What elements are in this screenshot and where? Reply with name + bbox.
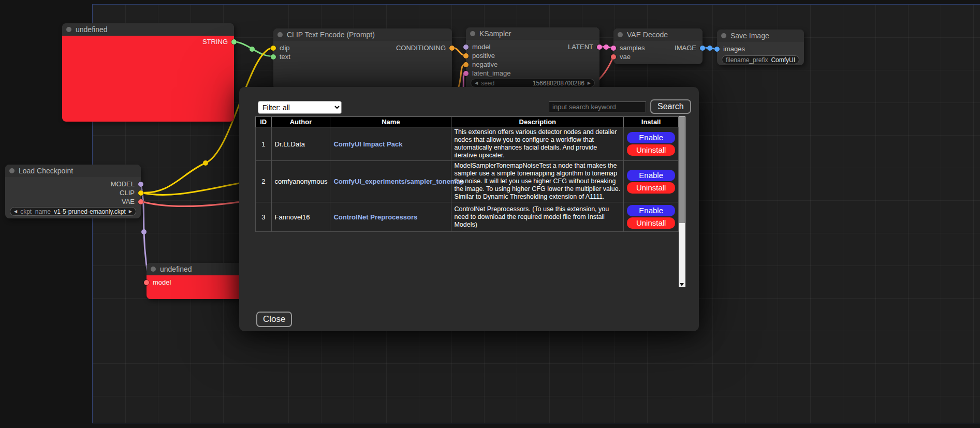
seed-widget-label: seed — [481, 80, 494, 87]
enable-button[interactable]: Enable — [627, 170, 675, 181]
input-slot-latent-image[interactable] — [463, 71, 469, 76]
table-row: 1 Dr.Lt.Data ComfyUI Impact Pack This ex… — [256, 127, 679, 161]
manager-dialog: Filter: all Search ID Author Name Descri… — [239, 87, 699, 331]
node-title-bar[interactable]: Save Image — [717, 29, 804, 42]
collapse-dot[interactable] — [277, 32, 283, 37]
table-row: 3 Fannovel16 ControlNet Preprocessors Co… — [256, 202, 679, 232]
node-title-text: undefined — [160, 265, 192, 273]
ckpt-name-value: v1-5-pruned-emaonly.ckpt — [54, 208, 126, 215]
seed-widget-value: 156680208700286 — [533, 80, 584, 87]
node-title-text: Save Image — [730, 32, 769, 40]
seed-decrement-arrow[interactable]: ◀ — [475, 81, 478, 85]
output-label-string: STRING — [202, 38, 228, 46]
cell-description: ControlNet Preprocessors. (To use this e… — [451, 202, 624, 232]
search-input[interactable] — [549, 101, 646, 112]
output-label-vae: VAE — [122, 198, 135, 205]
ckpt-name-label: ckpt_name — [20, 208, 51, 215]
filename-prefix-value: ComfyUI — [771, 56, 795, 64]
cell-id: 2 — [256, 161, 272, 202]
cell-author: Fannovel16 — [271, 202, 330, 232]
cell-install: Enable Uninstall — [624, 161, 679, 202]
node-title-bar[interactable]: KSampler — [466, 27, 599, 40]
node-title-text: VAE Decode — [627, 31, 668, 39]
col-header-author: Author — [271, 117, 330, 127]
scrollbar-thumb[interactable] — [679, 117, 685, 223]
output-label-clip: CLIP — [120, 189, 135, 197]
input-label-positive: positive — [472, 52, 495, 60]
node-title-text: CLIP Text Encode (Prompt) — [287, 31, 375, 39]
col-header-description: Description — [451, 117, 624, 127]
cell-author: Dr.Lt.Data — [271, 127, 330, 161]
output-slot-string[interactable] — [231, 39, 237, 45]
filter-select[interactable]: Filter: all — [258, 101, 342, 114]
node-title-bar[interactable]: Load Checkpoint — [5, 165, 141, 177]
node-load-checkpoint[interactable]: Load Checkpoint MODEL CLIP VAE — [5, 165, 141, 218]
input-slot-text[interactable] — [271, 54, 276, 60]
collapse-dot[interactable] — [66, 27, 71, 32]
output-label-latent: LATENT — [568, 43, 593, 51]
collapse-dot[interactable] — [9, 168, 14, 173]
comfyui-canvas-viewport: undefined STRING CLIP Text Encode (Promp… — [0, 0, 980, 428]
output-slot-image[interactable] — [700, 46, 705, 51]
node-title-text: Load Checkpoint — [19, 167, 73, 175]
node-title-bar[interactable]: undefined — [62, 23, 234, 36]
output-slot-model[interactable] — [138, 182, 143, 187]
ckpt-prev-arrow[interactable]: ◀ — [14, 210, 17, 214]
close-button[interactable]: Close — [256, 312, 292, 327]
table-row: 2 comfyanonymous ComfyUI_experiments/sam… — [256, 161, 679, 202]
ckpt-next-arrow[interactable]: ▶ — [129, 210, 132, 214]
filename-prefix-widget[interactable]: filename_prefix ComfyUI — [722, 55, 799, 64]
cell-author: comfyanonymous — [271, 161, 330, 202]
table-scrollbar[interactable] — [679, 116, 685, 287]
input-slot-images[interactable] — [714, 47, 720, 52]
output-label-conditioning: CONDITIONING — [396, 44, 446, 52]
input-slot-model[interactable] — [463, 45, 469, 50]
output-slot-clip[interactable] — [138, 190, 143, 196]
input-label-negative: negative — [472, 61, 498, 68]
input-slot-negative[interactable] — [463, 62, 469, 67]
enable-button[interactable]: Enable — [627, 132, 675, 143]
uninstall-button[interactable]: Uninstall — [627, 144, 675, 156]
input-label-vae: vae — [620, 53, 631, 61]
collapse-dot[interactable] — [470, 31, 475, 36]
table-header-row: ID Author Name Description Install — [256, 117, 679, 127]
col-header-install: Install — [624, 117, 679, 127]
seed-increment-arrow[interactable]: ▶ — [588, 81, 591, 85]
extension-name-link[interactable]: ControlNet Preprocessors — [333, 213, 417, 221]
search-button[interactable]: Search — [650, 99, 691, 114]
collapse-dot[interactable] — [151, 267, 156, 272]
input-label-latent-image: latent_image — [472, 69, 510, 77]
extension-name-link[interactable]: ComfyUI_experiments/sampler_tonemap — [333, 178, 464, 185]
cell-id: 3 — [256, 202, 272, 232]
extension-name-link[interactable]: ComfyUI Impact Pack — [333, 140, 402, 148]
node-undefined-string[interactable]: undefined STRING — [62, 23, 234, 122]
node-title-bar[interactable]: VAE Decode — [613, 28, 703, 41]
output-slot-conditioning[interactable] — [449, 46, 455, 51]
output-slot-vae[interactable] — [138, 199, 143, 204]
enable-button[interactable]: Enable — [627, 205, 675, 216]
node-save-image[interactable]: Save Image images filename_prefix ComfyU… — [717, 29, 804, 65]
node-clip-text-encode[interactable]: CLIP Text Encode (Prompt) clip CONDITION… — [273, 28, 452, 90]
uninstall-button[interactable]: Uninstall — [627, 182, 675, 194]
output-slot-latent[interactable] — [597, 45, 602, 50]
seed-widget[interactable]: ◀ seed 156680208700286 ▶ — [471, 79, 595, 87]
collapse-dot[interactable] — [618, 32, 623, 37]
collapse-dot[interactable] — [721, 33, 726, 38]
input-label-clip: clip — [280, 44, 290, 52]
input-slot-model[interactable] — [144, 280, 149, 285]
input-slot-samples[interactable] — [611, 46, 616, 51]
input-slot-clip[interactable] — [271, 46, 276, 51]
ckpt-name-widget[interactable]: ◀ ckpt_name v1-5-pruned-emaonly.ckpt ▶ — [10, 207, 136, 216]
cell-install: Enable Uninstall — [624, 202, 679, 232]
uninstall-button[interactable]: Uninstall — [627, 217, 675, 229]
scrollbar-down-arrow-icon[interactable] — [680, 283, 684, 286]
extension-table: ID Author Name Description Install 1 Dr.… — [255, 116, 679, 232]
input-slot-positive[interactable] — [463, 53, 469, 58]
node-vae-decode[interactable]: VAE Decode samples IMAGE vae — [613, 28, 703, 64]
input-label-samples: samples — [620, 44, 645, 52]
node-ksampler[interactable]: KSampler model LATENT positive — [466, 27, 599, 97]
cell-install: Enable Uninstall — [624, 127, 679, 161]
node-title-text: KSampler — [479, 29, 511, 38]
input-slot-vae[interactable] — [611, 54, 616, 60]
node-title-bar[interactable]: CLIP Text Encode (Prompt) — [273, 28, 452, 41]
